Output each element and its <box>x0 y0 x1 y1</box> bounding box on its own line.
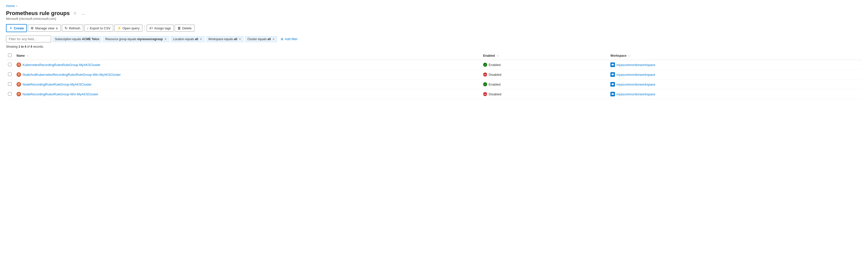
pin-button[interactable]: ☆ <box>72 10 78 17</box>
breadcrumb-home[interactable]: Home <box>6 4 15 8</box>
row-enabled-cell: ✓Enabled <box>480 60 608 70</box>
row-workspace-cell: myazuremonitorworkspace <box>608 80 862 89</box>
row-enabled-cell: —Disabled <box>480 89 608 99</box>
status-text: Disabled <box>489 73 501 77</box>
svg-rect-3 <box>612 64 613 64</box>
col-header-enabled[interactable]: Enabled ↑↓ <box>480 51 608 60</box>
manage-view-button[interactable]: ⚙ Manage view ∨ <box>28 25 61 32</box>
svg-rect-7 <box>612 74 613 74</box>
row-workspace-cell: myazuremonitorworkspace <box>608 70 862 80</box>
status-disabled-icon: — <box>483 92 487 96</box>
plus-icon: ＋ <box>9 26 12 30</box>
delete-icon: 🗑 <box>178 26 181 30</box>
breadcrumb-separator: › <box>16 4 17 8</box>
row-checkbox-0[interactable] <box>8 63 11 66</box>
rule-group-link[interactable]: NodeAndKubernetesRecordingRulesRuleGroup… <box>23 73 121 77</box>
breadcrumb: Home › <box>6 4 862 8</box>
table-row: NodeAndKubernetesRecordingRulesRuleGroup… <box>6 70 862 80</box>
col-header-name[interactable]: Name ↑↓ <box>13 51 480 60</box>
more-options-button[interactable]: … <box>80 10 86 17</box>
workspace-icon <box>611 82 615 87</box>
toolbar-separator <box>144 25 145 31</box>
filters-bar: Subscription equals ACME Telco Resource … <box>6 36 862 43</box>
page-header: Prometheus rule groups ☆ … <box>6 10 862 17</box>
svg-rect-15 <box>612 93 613 93</box>
workspace-link[interactable]: myazuremonitorworkspace <box>616 92 655 96</box>
row-workspace-cell: myazuremonitorworkspace <box>608 60 862 70</box>
row-enabled-cell: —Disabled <box>480 70 608 80</box>
remove-resource-group-filter[interactable]: × <box>164 37 167 40</box>
status-enabled-icon: ✓ <box>483 82 487 86</box>
prometheus-icon <box>17 72 21 77</box>
row-name-cell: NodeAndKubernetesRecordingRulesRuleGroup… <box>13 70 480 80</box>
workspace-icon <box>611 72 615 77</box>
filter-tag-resource-group: Resource group equals myresourcegroup × <box>103 36 169 42</box>
svg-point-13 <box>19 94 19 94</box>
export-button[interactable]: ↓ Export to CSV <box>84 25 113 32</box>
toolbar: ＋ Create ⚙ Manage view ∨ ↻ Refresh ↓ Exp… <box>6 24 862 32</box>
page-title: Prometheus rule groups <box>6 10 70 17</box>
remove-workspace-filter[interactable]: × <box>239 37 242 40</box>
svg-rect-10 <box>612 84 614 85</box>
records-count: Showing 1 to 4 of 4 records. <box>6 45 862 49</box>
row-checkbox-3[interactable] <box>8 92 11 95</box>
filter-tag-workspace: Workspace equals all × <box>206 36 244 42</box>
row-checkbox-1[interactable] <box>8 73 11 76</box>
rule-groups-table: Name ↑↓ Enabled ↑↓ Workspace ↑↓ Kubernet… <box>6 51 862 99</box>
table-row: NodeRecordingRulesRuleGroup-MyAKSCluster… <box>6 80 862 89</box>
col-header-workspace[interactable]: Workspace ↑↓ <box>608 51 862 60</box>
chevron-down-icon: ∨ <box>56 26 58 30</box>
filter-tag-cluster: Cluster equals all × <box>245 36 277 42</box>
svg-point-9 <box>19 84 19 85</box>
svg-rect-11 <box>612 83 613 84</box>
row-name-cell: NodeRecordingRulesRuleGroup-MyAKSCluster <box>13 80 480 89</box>
assign-tags-button[interactable]: 🏷 Assign tags <box>147 25 174 32</box>
export-icon: ↓ <box>87 26 89 30</box>
remove-location-filter[interactable]: × <box>199 37 203 40</box>
prometheus-icon <box>17 92 21 96</box>
workspace-icon <box>611 92 615 96</box>
select-all-cell <box>6 51 13 60</box>
workspace-link[interactable]: myazuremonitorworkspace <box>616 73 655 77</box>
svg-point-5 <box>19 74 19 75</box>
workspace-link[interactable]: myazuremonitorworkspace <box>616 83 655 86</box>
row-name-cell: NodeRecordingRulesRuleGroup-Win-MyAKSClu… <box>13 89 480 99</box>
tag-icon: 🏷 <box>149 26 153 30</box>
add-filter-button[interactable]: ⊕ Add filter <box>279 36 300 42</box>
prometheus-icon <box>17 82 21 87</box>
row-workspace-cell: myazuremonitorworkspace <box>608 89 862 99</box>
table-row: NodeRecordingRulesRuleGroup-Win-MyAKSClu… <box>6 89 862 99</box>
select-all-checkbox[interactable] <box>8 53 11 57</box>
open-query-button[interactable]: ⚡ Open query <box>114 25 142 32</box>
row-enabled-cell: ✓Enabled <box>480 80 608 89</box>
workspace-link[interactable]: myazuremonitorworkspace <box>616 63 655 67</box>
page-subtitle: Microsoft (microsoft.onmicrosoft.com) <box>6 17 862 21</box>
refresh-icon: ↻ <box>65 26 68 30</box>
row-name-cell: KubernetesRecordingRulesRuleGroup-MyAKSC… <box>13 60 480 70</box>
refresh-button[interactable]: ↻ Refresh <box>62 25 83 32</box>
query-icon: ⚡ <box>117 26 121 30</box>
workspace-icon <box>611 62 615 67</box>
status-disabled-icon: — <box>483 73 487 77</box>
status-enabled-icon: ✓ <box>483 63 487 67</box>
status-text: Disabled <box>489 92 501 96</box>
row-checkbox-2[interactable] <box>8 82 11 86</box>
rule-group-link[interactable]: NodeRecordingRulesRuleGroup-MyAKSCluster <box>23 83 91 86</box>
create-button[interactable]: ＋ Create <box>6 24 27 32</box>
workspace-sort-icons: ↑↓ <box>628 55 630 57</box>
remove-cluster-filter[interactable]: × <box>272 37 275 40</box>
row-checkbox-cell <box>6 70 13 80</box>
name-sort-icons: ↑↓ <box>27 55 29 57</box>
rule-group-link[interactable]: NodeRecordingRulesRuleGroup-Win-MyAKSClu… <box>23 92 98 96</box>
status-text: Enabled <box>489 83 501 86</box>
delete-button[interactable]: 🗑 Delete <box>175 25 194 32</box>
gear-icon: ⚙ <box>31 26 34 30</box>
filter-tag-location: Location equals all × <box>170 36 205 42</box>
filter-input[interactable] <box>6 36 51 43</box>
row-checkbox-cell <box>6 89 13 99</box>
rule-group-link[interactable]: KubernetesRecordingRulesRuleGroup-MyAKSC… <box>23 63 100 67</box>
svg-point-1 <box>19 64 19 65</box>
prometheus-icon <box>17 62 21 67</box>
svg-rect-2 <box>612 64 614 65</box>
table-header-row: Name ↑↓ Enabled ↑↓ Workspace ↑↓ <box>6 51 862 60</box>
